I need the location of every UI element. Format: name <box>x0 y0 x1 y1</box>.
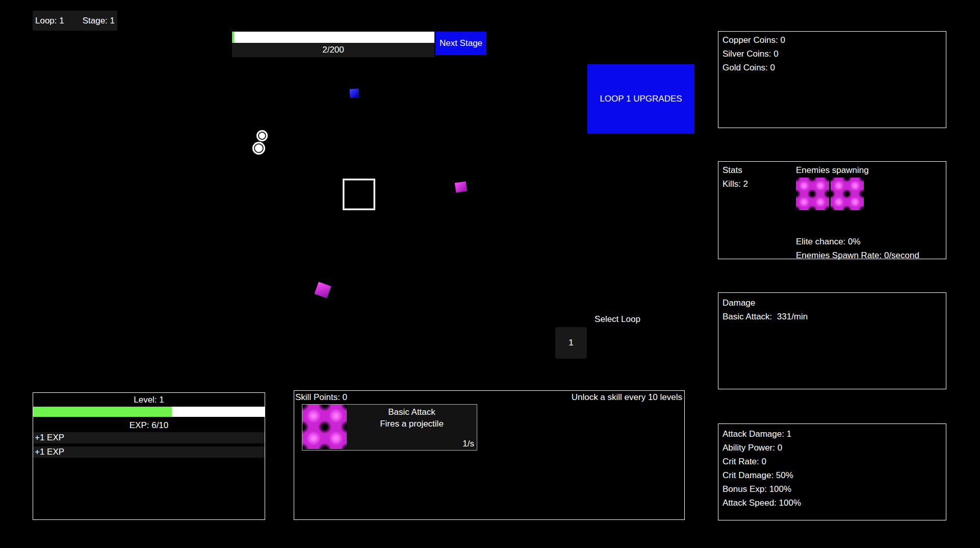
gold-coins-label: Gold Coins: 0 <box>723 61 942 74</box>
next-stage-button[interactable]: Next Stage <box>435 32 486 55</box>
stats-title: Stats <box>723 163 796 177</box>
damage-title: Damage <box>723 296 942 310</box>
player-square <box>343 179 375 210</box>
level-panel: Level: 1 EXP: 6/10 +1 EXP +1 EXP <box>33 392 265 520</box>
pickup-orb <box>252 142 265 155</box>
skill-card-basic-attack[interactable]: Basic Attack Fires a projectile 1/s <box>302 404 477 451</box>
enemy-preview-row <box>796 178 942 210</box>
loop-upgrades-button[interactable]: LOOP 1 UPGRADES <box>587 64 694 134</box>
stage-progress-fill <box>232 32 234 43</box>
coins-panel: Copper Coins: 0 Silver Coins: 0 Gold Coi… <box>718 31 946 128</box>
skill-card-body: Basic Attack Fires a projectile 1/s <box>347 405 477 450</box>
ability-power-label: Ability Power: 0 <box>723 441 942 455</box>
skills-panel: Skill Points: 0 Unlock a skill every 10 … <box>294 390 685 520</box>
stage-progress-label: 2/200 <box>232 43 434 57</box>
exp-label: EXP: 6/10 <box>33 419 265 432</box>
loop-stage-hud: Loop: 1 Stage: 1 <box>33 11 117 31</box>
crit-damage-label: Crit Damage: 50% <box>723 468 942 482</box>
stats-right-column: Enemies spawning Elite chance: 0% Enemie… <box>796 163 942 257</box>
crit-rate-label: Crit Rate: 0 <box>723 455 942 468</box>
attack-damage-label: Attack Damage: 1 <box>723 427 942 441</box>
skills-header: Skill Points: 0 Unlock a skill every 10 … <box>294 391 684 403</box>
attributes-panel: Attack Damage: 1 Ability Power: 0 Crit R… <box>718 424 946 520</box>
silver-coins-label: Silver Coins: 0 <box>723 47 942 61</box>
enemy-preview-texture <box>831 178 864 210</box>
skill-name: Basic Attack <box>347 406 477 418</box>
enemy-square <box>455 182 467 193</box>
pickup-orb <box>256 130 268 141</box>
select-loop-title: Select Loop <box>566 314 668 325</box>
bonus-exp-label: Bonus Exp: 100% <box>723 482 942 496</box>
skill-icon-basic-attack <box>302 405 347 449</box>
skill-description: Fires a projectile <box>347 418 477 430</box>
copper-coins-label: Copper Coins: 0 <box>723 33 942 47</box>
blue-projectile <box>349 88 359 98</box>
level-title: Level: 1 <box>33 394 265 406</box>
stats-panel: Stats Kills: 2 Enemies spawning Elite ch… <box>718 161 946 259</box>
exp-log-row: +1 EXP <box>33 446 265 458</box>
loop-label: Loop: 1 <box>35 16 64 26</box>
exp-bar-fill <box>33 407 172 417</box>
basic-attack-dps-label: Basic Attack: 331/min <box>723 310 942 323</box>
unlock-hint-label: Unlock a skill every 10 levels <box>572 392 682 403</box>
stage-label: Stage: 1 <box>83 16 115 26</box>
exp-bar <box>33 407 265 417</box>
enemies-spawning-title: Enemies spawning <box>796 163 942 177</box>
stage-progress-bar <box>232 32 434 43</box>
kills-label: Kills: 2 <box>723 177 796 191</box>
elite-chance-label: Elite chance: 0% <box>796 235 942 248</box>
skill-rate: 1/s <box>462 439 474 449</box>
spawn-rate-label: Enemies Spawn Rate: 0/second <box>796 248 942 262</box>
skill-points-label: Skill Points: 0 <box>295 392 347 403</box>
damage-panel: Damage Basic Attack: 331/min <box>718 292 946 389</box>
attack-speed-label: Attack Speed: 100% <box>723 496 942 510</box>
exp-log-row: +1 EXP <box>33 432 265 443</box>
spacer <box>796 210 942 235</box>
stats-left-column: Stats Kills: 2 <box>723 163 796 257</box>
loop-1-button[interactable]: 1 <box>555 327 587 359</box>
enemy-preview-texture <box>796 178 829 210</box>
enemy-square <box>315 282 331 298</box>
